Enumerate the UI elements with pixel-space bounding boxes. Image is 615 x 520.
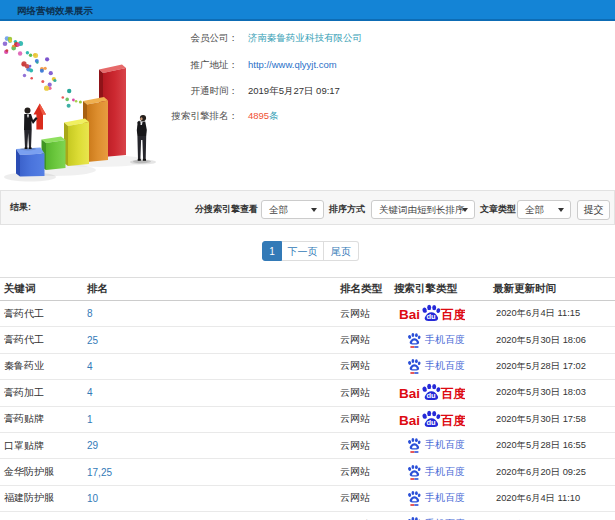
svg-text:du: du: [426, 313, 436, 322]
svg-text:Bai: Bai: [399, 307, 420, 322]
svg-text:Bai: Bai: [399, 386, 420, 401]
svg-text:du: du: [426, 418, 436, 427]
svg-text:百度: 百度: [440, 414, 465, 428]
svg-text:百度: 百度: [440, 308, 465, 322]
svg-text:du: du: [426, 392, 436, 401]
svg-text:Bai: Bai: [399, 412, 420, 427]
svg-text:百度: 百度: [440, 387, 465, 401]
